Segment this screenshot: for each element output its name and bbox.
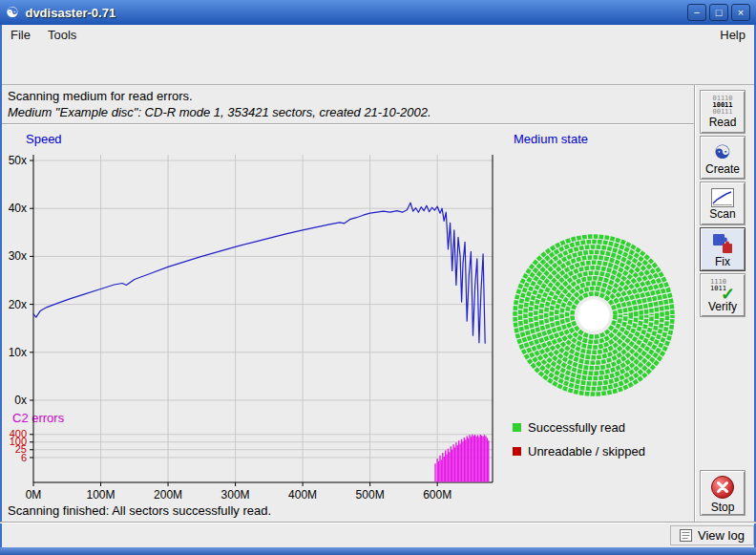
status-separator [2, 123, 694, 125]
legend-unreadable-label: Unreadable / skipped [528, 444, 645, 459]
window-title: dvdisaster-0.71 [25, 6, 684, 20]
titlebar[interactable]: ☯ dvdisaster-0.71 − □ × [0, 0, 756, 25]
menubar: File Tools Help [2, 25, 754, 44]
fix-button-label: Fix [715, 256, 730, 267]
read-button-label: Read [709, 117, 737, 128]
maximize-button[interactable]: □ [709, 4, 728, 21]
menu-tools[interactable]: Tools [39, 26, 85, 44]
menu-file[interactable]: File [2, 26, 39, 44]
app-window: ☯ dvdisaster-0.71 − □ × File Tools Help … [0, 0, 756, 555]
view-log-label: View log [698, 528, 745, 543]
c2-errors-title: C2 errors [12, 411, 64, 425]
puzzle-icon [710, 232, 735, 255]
scan-button[interactable]: Scan [700, 181, 746, 225]
legend-unreadable-swatch [513, 447, 521, 456]
log-window-icon [680, 529, 692, 542]
green-check-icon: ✓ [721, 286, 735, 303]
create-button-label: Create [705, 163, 740, 175]
medium-state-disc [511, 229, 678, 401]
footer-bar [2, 523, 754, 547]
speed-chart-title: Speed [26, 132, 62, 146]
status-line-1: Scanning medium for read errors. [8, 89, 193, 103]
toolbar: Optical drive 52X FW 1.02 ▼ [2, 44, 754, 85]
medium-state-title: Medium state [514, 132, 588, 146]
menu-help[interactable]: Help [711, 26, 754, 44]
sidebar-separator [694, 85, 696, 523]
verify-check-icon: 1110 1011 ✓ [710, 279, 735, 300]
window-frame-bottom [0, 547, 756, 555]
legend-unreadable: Unreadable / skipped [513, 444, 645, 459]
minimize-button[interactable]: − [687, 4, 706, 21]
stop-x-icon [709, 474, 736, 501]
fix-button[interactable]: Fix [700, 227, 746, 271]
legend-success: Successfully read [513, 420, 625, 435]
view-log-button[interactable]: View log [670, 525, 754, 545]
status-line-2: Medium "Example disc": CD-R mode 1, 3534… [8, 105, 431, 119]
scan-result-status: Scanning finished: All sectors successfu… [8, 503, 271, 518]
read-button[interactable]: 01110 10011 00111 Read [700, 90, 746, 134]
stop-button-label: Stop [711, 502, 735, 513]
stop-button[interactable]: Stop [700, 470, 746, 516]
app-icon: ☯ [6, 4, 18, 21]
close-button[interactable]: × [731, 4, 750, 21]
yin-yang-icon: ☯ [714, 141, 731, 162]
read-binary-icon: 01110 10011 00111 [712, 96, 732, 116]
scan-button-label: Scan [709, 208, 735, 220]
create-button[interactable]: ☯ Create [700, 136, 746, 180]
legend-success-label: Successfully read [528, 420, 625, 435]
verify-button[interactable]: 1110 1011 ✓ Verify [700, 273, 746, 317]
scan-chart-icon [711, 188, 734, 207]
legend-success-swatch [513, 423, 521, 432]
